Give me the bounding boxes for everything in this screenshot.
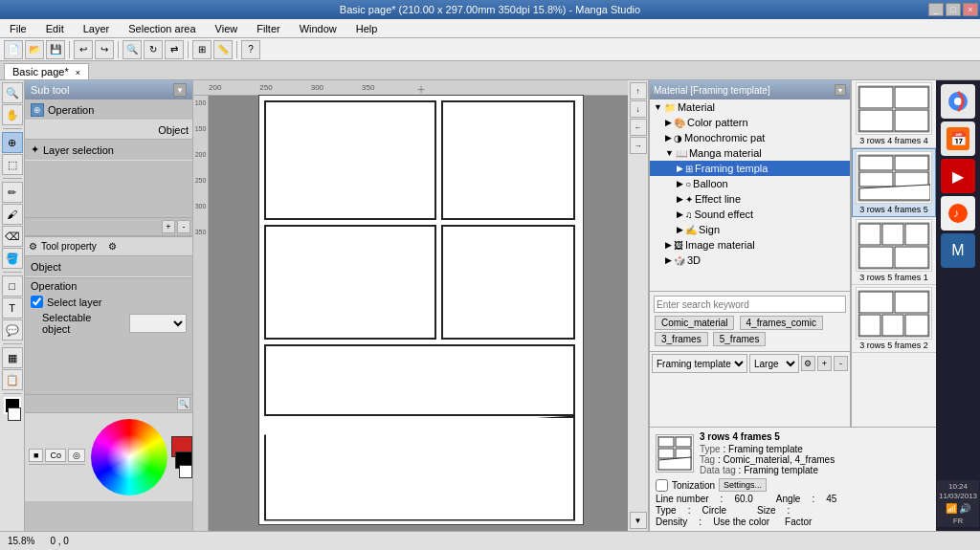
footer-select-type[interactable]: Framing template	[652, 354, 747, 373]
subtool-del-icon[interactable]: -	[177, 220, 190, 233]
tree-color-pattern[interactable]: ▶ 🎨 Color pattern	[650, 115, 850, 130]
tree-effect[interactable]: ▶ ✦ Effect line	[650, 191, 850, 207]
tool-fill[interactable]: 🪣	[2, 248, 23, 269]
footer-settings-icon[interactable]: ⚙	[801, 356, 815, 371]
color-tab-co[interactable]: Co	[45, 449, 66, 462]
tree-3d[interactable]: ▶ 🎲 3D	[650, 253, 850, 268]
menu-layer[interactable]: Layer	[78, 21, 116, 36]
menu-file[interactable]: File	[4, 21, 33, 36]
tree-framing[interactable]: ▶ ⊞ Framing templa	[650, 161, 850, 176]
app-wrapper: Basic page* (210.00 x 297.00mm 350dpi 15…	[0, 0, 980, 550]
tree-image-icon: 🖼	[674, 240, 683, 251]
toolbar-flip[interactable]: ⇄	[165, 40, 184, 59]
menu-view[interactable]: View	[210, 21, 244, 36]
footer-del-icon[interactable]: -	[834, 356, 848, 371]
tree-balloon[interactable]: ▶ ○ Balloon	[650, 176, 850, 191]
info-text-area: 3 rows 4 frames 5 Type : Framing templat…	[700, 431, 835, 475]
toolbar-zoom[interactable]: 🔍	[122, 40, 142, 59]
color-tab-swatch[interactable]: ■	[29, 449, 43, 462]
tonization-label: Tonization	[672, 480, 715, 491]
tool-eraser[interactable]: ⌫	[2, 226, 23, 247]
tool-operation[interactable]: ⊕	[2, 132, 23, 153]
tab-close-icon[interactable]: ×	[76, 68, 80, 77]
tab-basicpage[interactable]: Basic page* ×	[4, 63, 89, 79]
info-datatag-label: Data tag	[700, 465, 736, 475]
preview-item-1[interactable]: 3 rows 4 frames 4	[852, 80, 936, 148]
tp-search-icon[interactable]: 🔍	[177, 397, 190, 410]
tp-select-layer-checkbox[interactable]	[31, 296, 43, 308]
color-tab-mixer[interactable]: ◎	[68, 449, 85, 462]
rv-btn4[interactable]: →	[630, 137, 647, 154]
tag-4frames[interactable]: 4_frames_comic	[740, 316, 823, 330]
svg-text:📅: 📅	[950, 131, 968, 147]
tool-shape[interactable]: □	[2, 275, 23, 297]
tp-selectable-select[interactable]	[129, 314, 187, 333]
tag-comic-material[interactable]: Comic_material	[655, 316, 734, 330]
footer-select-size[interactable]: Large	[749, 354, 799, 373]
tool-grad[interactable]: ▦	[2, 347, 23, 368]
tool-pen[interactable]: ✏	[2, 182, 23, 203]
tool-sep5	[3, 393, 22, 394]
toolbar-rotate[interactable]: ↻	[144, 40, 163, 59]
win-icon-app5[interactable]: M	[941, 233, 975, 268]
minimize-button[interactable]: _	[928, 3, 944, 16]
tree-sound[interactable]: ▶ ♫ Sound effect	[650, 207, 850, 222]
rv-btn2[interactable]: ↓	[630, 100, 647, 118]
close-button[interactable]: ×	[963, 3, 978, 16]
material-collapse-icon[interactable]: ▼	[835, 84, 846, 96]
rv-btn1[interactable]: ↑	[630, 82, 647, 99]
preview-item-4[interactable]: 3 rows 5 frames 2	[852, 285, 936, 353]
rv-btn5[interactable]: ▼	[630, 512, 647, 529]
win-icon-itunes[interactable]: ♪	[941, 196, 975, 231]
toolbar-save[interactable]: 💾	[46, 40, 65, 59]
toolbar-grid[interactable]: ⊞	[192, 40, 212, 59]
toolbar-ruler[interactable]: 📏	[213, 40, 233, 59]
tree-image[interactable]: ▶ 🖼 Image material	[650, 237, 850, 253]
maximize-button[interactable]: □	[946, 3, 961, 16]
footer-add-icon[interactable]: +	[817, 356, 832, 371]
search-input[interactable]	[654, 296, 846, 313]
tool-text[interactable]: T	[2, 297, 23, 319]
tool-balloon[interactable]: 💬	[2, 319, 23, 341]
tag-buttons: Comic_material 4_frames_comic 3_frames 5…	[654, 315, 846, 347]
menu-selection-area[interactable]: Selection area	[122, 21, 201, 36]
tree-manga[interactable]: ▼ 📖 Manga material	[650, 145, 850, 161]
line-number-value: 60.0	[734, 494, 752, 504]
win-icon-app3[interactable]: ▶	[941, 159, 975, 193]
tool-bg-color[interactable]	[8, 407, 21, 421]
toolbar-open[interactable]: 📂	[25, 40, 44, 59]
tonization-checkbox[interactable]	[656, 479, 668, 492]
info-tag-label: Tag	[700, 454, 715, 465]
tag-5frames[interactable]: 5_frames	[713, 332, 767, 346]
menu-edit[interactable]: Edit	[40, 21, 70, 36]
toolbar-new[interactable]: 📄	[4, 40, 23, 59]
tag-3frames[interactable]: 3_frames	[655, 332, 708, 346]
toolbar-help[interactable]: ?	[241, 40, 260, 59]
transparent-swatch[interactable]	[179, 465, 192, 478]
tree-sign[interactable]: ▶ ✍ Sign	[650, 222, 850, 237]
tool-zoom[interactable]: 🔍	[2, 82, 23, 103]
tool-select[interactable]: ⬚	[2, 154, 23, 175]
subtool-add-icon[interactable]: +	[162, 220, 175, 233]
tree-mono[interactable]: ▶ ◑ Monochromic pat	[650, 130, 850, 145]
toolbar-undo[interactable]: ↩	[74, 40, 93, 59]
preview-item-2[interactable]: 3 rows 4 frames 5	[852, 148, 936, 217]
settings-button[interactable]: Settings...	[719, 478, 767, 492]
sub-tool-menu-icon[interactable]: ▼	[173, 83, 187, 97]
menu-help[interactable]: Help	[350, 21, 384, 36]
toolbar-redo[interactable]: ↪	[95, 40, 114, 59]
menu-window[interactable]: Window	[294, 21, 343, 36]
tool-move[interactable]: ✋	[2, 104, 23, 125]
color-wheel[interactable]	[91, 419, 167, 495]
preview-item-3[interactable]: 3 rows 5 frames 1	[852, 217, 936, 285]
win-icon-media[interactable]: 📅	[941, 121, 975, 156]
rv-btn3[interactable]: ←	[630, 119, 647, 136]
info-thumb-svg	[657, 436, 692, 471]
tree-material[interactable]: ▼ 📁 Material	[650, 99, 850, 115]
svg-rect-16	[895, 247, 928, 268]
tool-brush[interactable]: 🖌	[2, 204, 23, 225]
win-icon-chrome[interactable]	[941, 84, 975, 119]
material-title: Material [Framing template]	[654, 85, 770, 96]
tool-layer[interactable]: 📋	[2, 369, 23, 390]
menu-filter[interactable]: Filter	[251, 21, 285, 36]
